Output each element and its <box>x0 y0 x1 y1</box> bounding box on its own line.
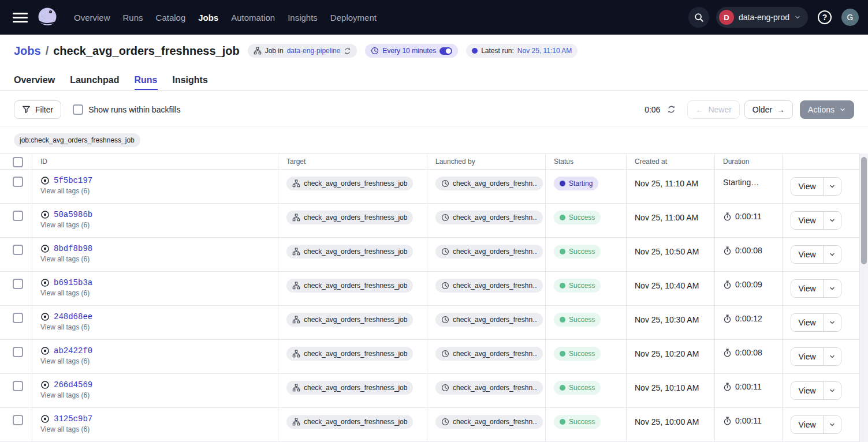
nav-item-insights[interactable]: Insights <box>288 13 318 23</box>
launched-by-pill[interactable]: check_avg_orders_freshn… <box>435 347 543 361</box>
scrollbar-thumb[interactable] <box>861 157 867 264</box>
run-id-link[interactable]: 8bdf8b98 <box>54 244 92 253</box>
view-button[interactable]: View <box>791 178 823 195</box>
view-dropdown-button[interactable] <box>823 314 841 331</box>
backfills-option: Show runs within backfills <box>73 104 181 115</box>
view-button[interactable]: View <box>791 416 823 433</box>
row-checkbox[interactable] <box>13 313 23 323</box>
view-button[interactable]: View <box>791 212 823 229</box>
view-dropdown-button[interactable] <box>823 178 841 195</box>
view-dropdown-button[interactable] <box>823 280 841 297</box>
duration-value: 0:00:11 <box>735 382 762 391</box>
nav-item-automation[interactable]: Automation <box>231 13 275 23</box>
target-pill[interactable]: check_avg_orders_freshness_job <box>286 245 413 259</box>
backfills-checkbox[interactable] <box>73 104 83 115</box>
run-id-link[interactable]: 50a5986b <box>54 210 92 219</box>
view-all-tags-link[interactable]: View all tags (6) <box>40 187 90 195</box>
launched-by-pill[interactable]: check_avg_orders_freshn… <box>435 245 543 259</box>
tab-insights[interactable]: Insights <box>173 67 208 90</box>
tab-launchpad[interactable]: Launchpad <box>70 67 119 90</box>
sync-icon[interactable] <box>344 47 351 55</box>
breadcrumb-jobs-link[interactable]: Jobs <box>14 44 41 58</box>
row-checkbox[interactable] <box>13 177 23 187</box>
actions-button[interactable]: Actions <box>800 100 854 119</box>
view-all-tags-link[interactable]: View all tags (6) <box>40 221 90 229</box>
status-badge: Success <box>554 313 601 327</box>
row-checkbox[interactable] <box>13 347 23 357</box>
latest-run-link[interactable]: Nov 25, 11:10 AM <box>517 47 572 55</box>
menu-icon[interactable] <box>13 13 28 23</box>
help-button[interactable]: ? <box>815 8 835 27</box>
table-row: ab2422f0 View all tags (6) check_avg_ord… <box>0 340 859 374</box>
tab-runs[interactable]: Runs <box>135 67 158 90</box>
view-dropdown-button[interactable] <box>823 246 841 263</box>
nav-item-overview[interactable]: Overview <box>74 13 110 23</box>
launched-by-pill[interactable]: check_avg_orders_freshn… <box>435 211 543 224</box>
schedule-toggle[interactable] <box>439 47 452 55</box>
target-pill[interactable]: check_avg_orders_freshness_job <box>286 279 413 293</box>
target-pill[interactable]: check_avg_orders_freshness_job <box>286 313 413 327</box>
pipeline-link[interactable]: data-eng-pipeline <box>287 47 341 55</box>
target-pill[interactable]: check_avg_orders_freshness_job <box>286 415 413 429</box>
target-pill[interactable]: check_avg_orders_freshness_job <box>286 211 413 224</box>
launched-by-pill[interactable]: check_avg_orders_freshn… <box>435 279 543 293</box>
view-all-tags-link[interactable]: View all tags (6) <box>40 425 90 433</box>
run-id-link[interactable]: ab2422f0 <box>54 346 92 355</box>
newer-button[interactable]: ← Newer <box>687 100 739 119</box>
launched-by-pill[interactable]: check_avg_orders_freshn… <box>435 313 543 327</box>
search-button[interactable] <box>688 7 709 28</box>
view-button[interactable]: View <box>791 280 823 297</box>
view-button-group: View <box>791 177 841 196</box>
view-button[interactable]: View <box>791 314 823 331</box>
view-dropdown-button[interactable] <box>823 382 841 399</box>
target-pill[interactable]: check_avg_orders_freshness_job <box>286 177 413 190</box>
nav-item-runs[interactable]: Runs <box>123 13 143 23</box>
status-dot-icon <box>560 351 565 357</box>
chevron-down-icon <box>829 251 836 258</box>
run-id-link[interactable]: b6915b3a <box>54 278 92 287</box>
row-checkbox[interactable] <box>13 381 23 391</box>
column-header-id: ID <box>32 154 278 169</box>
view-all-tags-link[interactable]: View all tags (6) <box>40 391 90 399</box>
launched-by-pill[interactable]: check_avg_orders_freshn… <box>435 415 543 429</box>
created-at: Nov 25, 10:40 AM <box>635 281 699 290</box>
row-checkbox[interactable] <box>13 211 23 221</box>
row-checkbox[interactable] <box>13 245 23 255</box>
view-button[interactable]: View <box>791 382 823 399</box>
view-all-tags-link[interactable]: View all tags (6) <box>40 289 90 297</box>
top-nav: Overview Runs Catalog Jobs Automation In… <box>0 0 868 35</box>
row-checkbox[interactable] <box>13 415 23 425</box>
refresh-button[interactable] <box>666 104 677 115</box>
row-checkbox[interactable] <box>13 279 23 289</box>
view-dropdown-button[interactable] <box>823 416 841 433</box>
duration-value: 0:00:08 <box>735 246 762 255</box>
view-dropdown-button[interactable] <box>823 212 841 229</box>
view-all-tags-link[interactable]: View all tags (6) <box>40 357 90 365</box>
run-target-icon <box>40 210 50 219</box>
filter-tag[interactable]: job:check_avg_orders_freshness_job <box>14 133 140 147</box>
run-id-link[interactable]: 248d68ee <box>54 312 92 321</box>
nav-item-deployment[interactable]: Deployment <box>330 13 377 23</box>
run-id-link[interactable]: 5f5bc197 <box>54 176 92 185</box>
select-all-checkbox[interactable] <box>13 157 23 167</box>
view-all-tags-link[interactable]: View all tags (6) <box>40 255 90 263</box>
workspace-switcher[interactable]: D data-eng-prod <box>716 7 808 28</box>
target-pill[interactable]: check_avg_orders_freshness_job <box>286 347 413 361</box>
view-all-tags-link[interactable]: View all tags (6) <box>40 323 90 331</box>
target-pill[interactable]: check_avg_orders_freshness_job <box>286 381 413 395</box>
nav-item-jobs[interactable]: Jobs <box>198 13 218 23</box>
view-button[interactable]: View <box>791 246 823 263</box>
status-badge: Starting <box>554 177 598 190</box>
older-button[interactable]: Older → <box>744 100 793 119</box>
filter-button[interactable]: Filter <box>14 100 61 119</box>
user-avatar[interactable]: G <box>841 9 859 26</box>
tab-overview[interactable]: Overview <box>14 67 55 90</box>
run-id-link[interactable]: 266d4569 <box>54 380 92 389</box>
view-dropdown-button[interactable] <box>823 348 841 365</box>
launched-by-pill[interactable]: check_avg_orders_freshn… <box>435 381 543 395</box>
view-button[interactable]: View <box>791 348 823 365</box>
nav-item-catalog[interactable]: Catalog <box>156 13 186 23</box>
launched-by-pill[interactable]: check_avg_orders_freshn… <box>435 177 543 190</box>
run-id-link[interactable]: 3125c9b7 <box>54 414 92 424</box>
duration-value: 0:00:09 <box>735 280 762 289</box>
